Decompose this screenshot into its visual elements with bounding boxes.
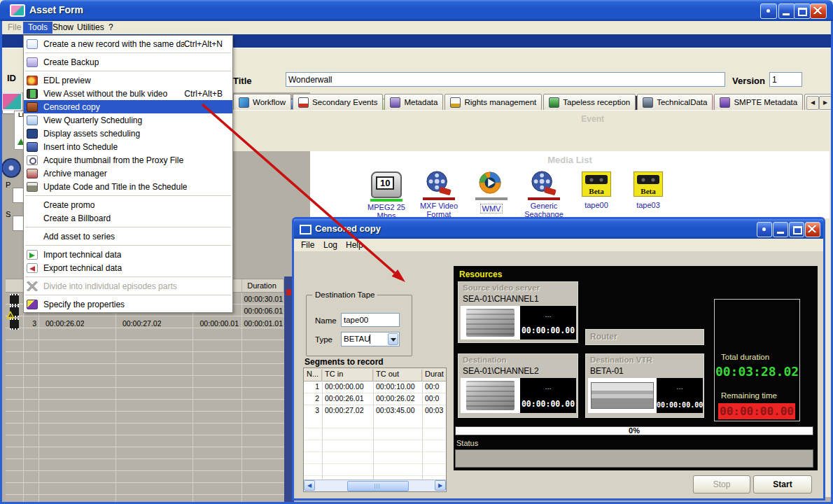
segment-row[interactable]: 100:00:00.00 00:00:10.0000:0	[304, 381, 446, 393]
media-list: 10 MPEG2 25Mbps MXF VideoFormat WMV Gene…	[310, 169, 830, 218]
menu-item-import-technical[interactable]: Import technical data	[24, 248, 232, 261]
col-n[interactable]: N...	[304, 370, 322, 381]
tab-strip: Workflow Secondary Events Metadata Right…	[233, 94, 833, 111]
grid-cell-num[interactable]: 3	[23, 319, 36, 328]
media-item-tape03[interactable]: Beta tape03	[622, 170, 674, 209]
close-button[interactable]	[810, 4, 827, 19]
menu-item-create-promo[interactable]: Create promo	[24, 198, 232, 211]
vtr-name: BETA-01	[590, 366, 624, 376]
tab-workflow[interactable]: Workflow	[233, 94, 291, 111]
p-field-label: P	[6, 181, 10, 189]
media-item-mxf[interactable]: MXF VideoFormat	[413, 170, 465, 218]
metadata-tree-icon	[390, 97, 400, 108]
media-item-wmv[interactable]: WMV	[465, 170, 517, 214]
media-list-title: Media List	[310, 151, 830, 169]
media-item-seachange[interactable]: GenericSeachange	[518, 170, 570, 218]
menu-item-archive-manager[interactable]: Archive manager	[24, 167, 232, 180]
start-button[interactable]: Start	[753, 475, 812, 493]
segment-row[interactable]: 300:00:27.02 00:03:45.0000:03	[304, 405, 446, 417]
segments-table: N... TC in TC out Durat 100:00:00.00 00:…	[303, 368, 447, 492]
menu-item-create-backup[interactable]: Create Backup	[24, 55, 232, 69]
media-status-bar	[528, 197, 560, 200]
segment-row[interactable]: 200:00:26.01 00:00:26.0200:0	[304, 393, 446, 405]
horizontal-scrollbar[interactable]: ◀ ▶	[304, 479, 446, 491]
close-button[interactable]	[805, 222, 820, 237]
tab-tapeless-reception[interactable]: Tapeless reception	[543, 94, 636, 111]
version-input[interactable]	[769, 72, 802, 87]
menu-item-new-record[interactable]: Create a new record with the same dataCt…	[24, 37, 232, 50]
menu-item-acquire-thumbnail[interactable]: Acquire thumbnail from the Proxy File	[24, 153, 232, 167]
destination-vtr-title: Destination VTR	[590, 356, 652, 364]
media-status-bar	[370, 199, 402, 202]
scrollbar-thumb[interactable]	[347, 481, 409, 491]
menu-item-quarterly-scheduling[interactable]: View Quarterly Scheduling	[24, 113, 232, 127]
status-box	[455, 449, 813, 468]
menu-item-add-asset-series[interactable]: Add asset to series	[24, 230, 232, 243]
grid-cell-tc[interactable]: 00:00:27.02	[122, 319, 161, 328]
dialog-menu-help[interactable]: Help	[342, 239, 368, 251]
media-item-tape00[interactable]: Beta tape00	[570, 170, 622, 209]
binoculars-icon	[27, 129, 38, 139]
minimize-button[interactable]	[773, 222, 788, 237]
minimize-button[interactable]	[778, 4, 795, 19]
menu-item-censored-copy[interactable]: Censored copy	[24, 100, 232, 113]
tab-technicaldata[interactable]: TechnicalData	[637, 94, 713, 111]
destination-channel: SEA-01\CHANNEL2	[463, 366, 539, 376]
filmstrip-icon	[27, 89, 38, 99]
menu-item-display-scheduling[interactable]: Display assets scheduling	[24, 127, 232, 140]
menu-item-specify-properties[interactable]: Specify the properties	[24, 298, 232, 311]
asset-icon[interactable]	[1, 92, 22, 111]
menu-item-edl-preview[interactable]: EDL preview	[24, 74, 232, 87]
tab-metadata[interactable]: Metadata	[384, 94, 443, 111]
group-title: Destination Tape	[312, 290, 377, 299]
col-duration[interactable]: Durat	[422, 370, 446, 381]
app-button[interactable]	[757, 222, 772, 237]
smpte-tree-icon	[720, 97, 730, 108]
tab-smpte-metadata[interactable]: SMPTE Metadata	[714, 94, 803, 111]
tab-scroll-left[interactable]: ◀	[806, 96, 819, 110]
col-tc-out[interactable]: TC out	[373, 370, 422, 381]
menu-item-create-billboard[interactable]: Create a Billboard	[24, 211, 232, 225]
menu-separator	[25, 227, 231, 227]
grid-cell-duration[interactable]: 00:00:01.01	[241, 319, 284, 328]
source-timecode-display: ... 00:00:00.00	[520, 306, 576, 340]
app-button[interactable]	[760, 4, 777, 19]
grid-cell-tc[interactable]: 00:00:26.02	[46, 319, 84, 328]
tape-type-select[interactable]: BETAU	[341, 332, 400, 346]
col-tc-in[interactable]: TC in	[322, 370, 373, 381]
tab-rights-management[interactable]: Rights management	[444, 94, 542, 111]
scroll-right-icon[interactable]: ▶	[435, 480, 446, 491]
dropdown-arrow-icon[interactable]	[388, 333, 398, 345]
media-item-mpeg2[interactable]: 10 MPEG2 25Mbps	[360, 170, 412, 220]
menu-separator	[25, 295, 231, 295]
dialog-menu-file[interactable]: File	[297, 239, 318, 251]
resources-panel: Resources Source video server SEA-01\CHA…	[454, 266, 818, 470]
dialog-menu-log[interactable]: Log	[319, 239, 342, 251]
menu-item-view-asset[interactable]: View Asset without the bulk videoCtrl+Al…	[24, 87, 232, 100]
grid-cell-duration[interactable]: 00:00:30.01	[241, 295, 284, 303]
menu-separator	[25, 195, 231, 196]
grid-cell-duration[interactable]: 00:00:06.01	[241, 307, 284, 315]
warning-a-icon	[6, 311, 15, 318]
window-border-left	[0, 21, 2, 504]
menu-help[interactable]: ?	[104, 22, 118, 34]
main-titlebar[interactable]: Asset Form	[0, 0, 833, 21]
dialog-titlebar[interactable]: Censored copy	[294, 219, 823, 239]
tab-scroll-right[interactable]: ▶	[819, 96, 832, 110]
menu-item-update-code-title[interactable]: Update Code and Title in the Schedule	[24, 180, 232, 193]
no-icon	[27, 200, 38, 210]
maximize-button[interactable]	[789, 222, 804, 237]
maximize-button[interactable]	[794, 4, 811, 19]
title-input[interactable]	[286, 72, 725, 87]
router-box: Router	[585, 329, 704, 345]
stop-button[interactable]: Stop	[693, 475, 750, 493]
grid-cell-tc[interactable]: 00:00:00.01	[192, 319, 239, 328]
menu-item-insert-schedule[interactable]: Insert into Schedule	[24, 140, 232, 153]
menu-item-export-technical[interactable]: Export technical data	[24, 261, 232, 274]
tab-secondary-events[interactable]: Secondary Events	[293, 94, 383, 111]
progress-bar: 0%	[455, 426, 813, 435]
tape-name-input[interactable]	[341, 313, 400, 327]
scroll-left-icon[interactable]: ◀	[304, 480, 315, 491]
grid-header-duration[interactable]: Duration	[241, 281, 282, 290]
server-image	[461, 306, 520, 340]
